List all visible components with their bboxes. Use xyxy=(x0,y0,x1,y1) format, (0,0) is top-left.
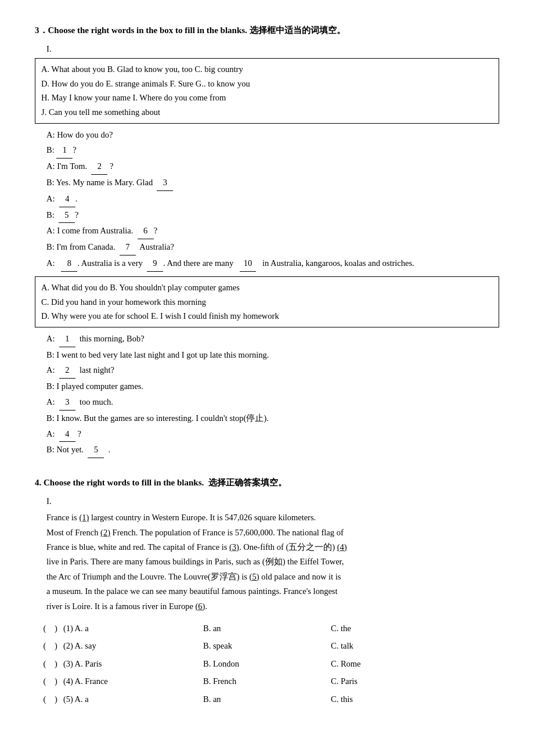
dialog2-line2: B: I went to bed very late last night an… xyxy=(46,347,499,363)
dialog1-line8: B: I'm from Canada. 7 Australia? xyxy=(46,239,499,255)
dialog2-line4: B: I played computer games. xyxy=(46,379,499,394)
blank-1-3[interactable]: 3 xyxy=(157,175,173,191)
section-4: 4. Choose the right words to fill in the… xyxy=(35,476,499,708)
dialog1-line9: A: 8. Australia is a very 9. And there a… xyxy=(46,255,499,272)
dialog1-line4: B: Yes. My name is Mary. Glad 3 xyxy=(46,175,499,191)
passage: France is (1) largest country in Western… xyxy=(35,510,499,614)
blank-1-2[interactable]: 2 xyxy=(91,159,107,175)
box1-line1: A. What about you B. Glad to know you, t… xyxy=(41,62,493,77)
dialog2-line3: A: 2 last night? xyxy=(46,362,499,379)
section3-title: 3．Choose the right words in the box to f… xyxy=(35,23,499,37)
roman-1: I. xyxy=(35,42,499,56)
option-row-4: ( ) (4) A. France B. French C. Paris xyxy=(41,672,499,690)
dialog1-line5: A: 4. xyxy=(46,191,499,207)
blank-2-3[interactable]: 3 xyxy=(59,394,75,411)
dialog2-line7: A: 4 ? xyxy=(46,426,499,442)
dialog1-line6: B: 5? xyxy=(46,207,499,224)
dialog-2: A: 1 this morning, Bob? B: I went to bed… xyxy=(35,331,499,459)
roman-4-1: I. xyxy=(35,494,499,508)
option-row-1: ( ) (1) A. a B. an C. the xyxy=(41,620,499,637)
options-table: ( ) (1) A. a B. an C. the ( ) (2) A. say… xyxy=(35,620,499,708)
option-row-5: ( ) (5) A. a B. an C. this xyxy=(41,690,499,708)
word-box-2: A. What did you do B. You shouldn't play… xyxy=(35,276,499,327)
blank-2-4[interactable]: 4 xyxy=(59,426,75,442)
blank-1-1[interactable]: 1 xyxy=(56,142,73,159)
box1-line4: J. Can you tell me something about xyxy=(41,105,493,120)
blank-1-5[interactable]: 5 xyxy=(59,207,75,224)
dialog1-line3: A: I'm Tom. 2 ? xyxy=(46,159,499,175)
section-3: 3．Choose the right words in the box to f… xyxy=(35,23,499,458)
blank-1-7[interactable]: 7 xyxy=(120,239,136,255)
blank-2-5[interactable]: 5 xyxy=(88,442,104,458)
blank-2-2[interactable]: 2 xyxy=(59,362,75,379)
dialog2-line6: B: I know. But the games are so interest… xyxy=(46,411,499,426)
dialog1-line7: A: I come from Australia. 6? xyxy=(46,223,499,239)
blank-1-10[interactable]: 10 xyxy=(240,255,256,272)
dialog2-line1: A: 1 this morning, Bob? xyxy=(46,331,499,347)
box1-line3: H. May I know your name I. Where do you … xyxy=(41,91,493,105)
blank-1-4[interactable]: 4 xyxy=(59,191,75,207)
box2-line2: C. Did you hand in your homework this mo… xyxy=(41,295,493,309)
dialog1-line1: A: How do you do? xyxy=(46,127,499,143)
dialog-1: A: How do you do? B: 1? A: I'm Tom. 2 ? … xyxy=(35,127,499,272)
word-box-1: A. What about you B. Glad to know you, t… xyxy=(35,58,499,124)
option-row-3: ( ) (3) A. Paris B. London C. Rome xyxy=(41,655,499,672)
blank-1-8[interactable]: 8 xyxy=(61,255,77,272)
dialog1-line2: B: 1? xyxy=(46,142,499,159)
box2-line1: A. What did you do B. You shouldn't play… xyxy=(41,280,493,295)
box1-line2: D. How do you do E. strange animals F. S… xyxy=(41,77,493,91)
option-row-2: ( ) (2) A. say B. speak C. talk xyxy=(41,637,499,654)
blank-2-1[interactable]: 1 xyxy=(59,331,75,347)
dialog2-line5: A: 3 too much. xyxy=(46,394,499,411)
box2-line3: D. Why were you ate for school E. I wish… xyxy=(41,309,493,323)
dialog2-line8: B: Not yet. 5 . xyxy=(46,442,499,458)
section4-title: 4. Choose the right words to fill in the… xyxy=(35,476,499,489)
blank-1-9[interactable]: 9 xyxy=(147,255,163,272)
blank-1-6[interactable]: 6 xyxy=(138,223,154,239)
